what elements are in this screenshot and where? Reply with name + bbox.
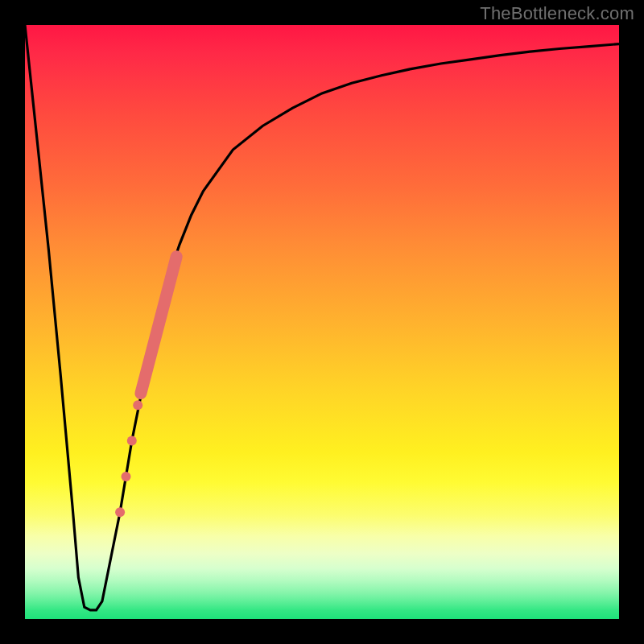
- marker-dot: [122, 472, 131, 481]
- marker-dot: [115, 507, 125, 517]
- chart-frame: TheBottleneck.com: [0, 0, 644, 644]
- watermark-text: TheBottleneck.com: [480, 3, 634, 24]
- marker-dot: [127, 436, 137, 446]
- marker-segment: [141, 257, 176, 394]
- curve-layer: [25, 25, 619, 619]
- bottleneck-curve: [25, 25, 619, 610]
- highlight-markers: [115, 257, 176, 517]
- marker-dot: [133, 400, 142, 410]
- plot-area: [25, 25, 619, 619]
